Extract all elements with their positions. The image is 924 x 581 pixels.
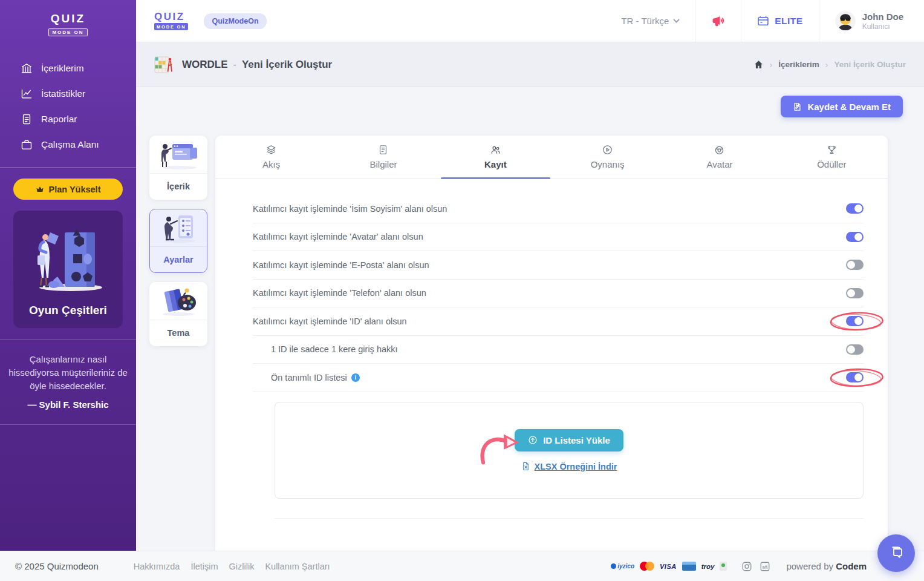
workspace-badge[interactable]: QuizModeOn: [204, 13, 266, 29]
chevron-down-icon: [673, 19, 680, 23]
sidebar-item-label: İstatistikler: [41, 88, 85, 99]
save-continue-button[interactable]: Kaydet & Devam Et: [781, 96, 903, 117]
setting-row-predefined-ids: Ön tanımlı ID listesi i: [253, 364, 864, 392]
mastercard-logo: [640, 562, 654, 571]
tab-gameplay-icon: [602, 145, 613, 155]
tab-gameplay[interactable]: Oynanış: [551, 136, 663, 179]
section-card-content[interactable]: İçerik: [149, 136, 207, 200]
sidebar-item-label: Raporlar: [41, 114, 77, 125]
reports-icon: [21, 113, 33, 125]
linkedin-icon[interactable]: [760, 561, 770, 572]
section-label-settings: Ayarlar: [150, 247, 207, 272]
toggle-predefined-ids[interactable]: [846, 372, 864, 382]
sidebar-divider: [0, 167, 136, 168]
section-card-theme[interactable]: Tema: [149, 282, 207, 346]
tab-avatar[interactable]: Avatar: [663, 136, 775, 179]
card-logo: [682, 562, 696, 571]
announcements-button[interactable]: [695, 0, 741, 42]
header-logo[interactable]: QUIZ MODE ON: [136, 0, 188, 42]
settings-rows: Katılımcı kayıt işleminde 'İsim Soyisim'…: [253, 195, 864, 392]
tab-rewards-icon: [827, 145, 837, 155]
payment-methods: iyzico VISA troy: [611, 562, 727, 571]
top-header: QUIZ MODE ON QuizModeOn TR - Türkçe ELIT…: [136, 0, 924, 42]
toggle-id[interactable]: [846, 316, 864, 326]
plan-badge[interactable]: ELITE: [741, 0, 818, 42]
instagram-icon[interactable]: [741, 561, 752, 572]
sidebar-item-label: Çalışma Alanı: [41, 139, 99, 150]
toggle-phone[interactable]: [846, 288, 864, 298]
theme-illustration: [157, 286, 200, 317]
breadcrumb-separator: ›: [770, 60, 773, 70]
logo-subtext: MODE ON: [48, 28, 87, 36]
setting-row-avatar: Katılımcı kayıt işleminde 'Avatar' alanı…: [253, 223, 864, 252]
upload-id-list-button[interactable]: ID Listesi Yükle: [515, 429, 623, 451]
tab-flow[interactable]: Akış: [215, 136, 327, 179]
setting-row-phone: Katılımcı kayıt işleminde 'Telefon' alan…: [253, 280, 864, 308]
sidebar-item-workspace[interactable]: Çalışma Alanı: [0, 132, 136, 157]
user-role: Kullanıcı: [862, 22, 903, 31]
footer-links: Hakkımızda İletişim Gizlilik Kullanım Şa…: [134, 562, 330, 571]
setting-row-id: Katılımcı kayıt işleminde 'ID' alanı ols…: [253, 307, 864, 336]
upgrade-plan-button[interactable]: Plan Yükselt: [13, 179, 123, 200]
header-right: TR - Türkçe ELITE John Doe Kullan: [605, 0, 924, 42]
breadcrumb: › İçeriklerim › Yeni İçerik Oluştur: [753, 59, 906, 70]
footer-link-privacy[interactable]: Gizlilik: [229, 562, 255, 571]
toggle-name-surname[interactable]: [846, 203, 864, 214]
app-shell: QUIZ MODE ON İçeriklerim İstatistikler R…: [0, 0, 924, 551]
logo-text: QUIZ: [154, 11, 188, 22]
user-menu[interactable]: John Doe Kullanıcı: [819, 0, 924, 42]
download-xlsx-sample-label: XLSX Örneğini İndir: [535, 462, 617, 471]
footer: © 2025 Quizmodeon Hakkımızda İletişim Gi…: [0, 551, 924, 581]
game-types-illustration: [27, 219, 109, 298]
avatar: [835, 11, 856, 31]
info-icon[interactable]: i: [351, 373, 360, 382]
settings-panel: Akış Bilgiler Kayıt Oynanış: [215, 136, 888, 551]
sidebar-logo[interactable]: QUIZ MODE ON: [0, 0, 136, 45]
section-label-content: İçerik: [150, 174, 207, 199]
chat-support-button[interactable]: [877, 534, 915, 572]
footer-link-about[interactable]: Hakkımızda: [134, 562, 180, 571]
content-illustration: [157, 139, 200, 171]
sidebar-item-reports[interactable]: Raporlar: [0, 107, 136, 132]
secure-payment-icon: [720, 562, 727, 571]
visa-logo: VISA: [660, 563, 677, 570]
setting-row-name-surname: Katılımcı kayıt işleminde 'İsim Soyisim'…: [253, 195, 864, 223]
library-icon: [21, 62, 33, 74]
toggle-email[interactable]: [846, 260, 864, 270]
toggle-avatar[interactable]: [846, 232, 864, 242]
sidebar-item-statistics[interactable]: İstatistikler: [0, 81, 136, 107]
tab-info[interactable]: Bilgiler: [327, 136, 439, 179]
toggle-single-login[interactable]: [846, 344, 864, 355]
footer-link-terms[interactable]: Kullanım Şartları: [265, 562, 330, 571]
settings-section-nav: İçerik: [149, 136, 207, 355]
plan-badge-label: ELITE: [775, 16, 802, 27]
sidebar-nav: İçeriklerim İstatistikler Raporlar Çalış…: [0, 45, 136, 162]
logo-text: QUIZ: [0, 12, 136, 25]
home-icon[interactable]: [753, 59, 764, 70]
tab-rewards[interactable]: Ödüller: [776, 136, 888, 179]
section-card-settings[interactable]: Ayarlar: [149, 209, 207, 273]
social-icons: [741, 561, 770, 572]
game-types-card[interactable]: Oyun Çeşitleri: [13, 211, 123, 328]
chat-icon: [887, 544, 905, 562]
setting-row-single-login: 1 ID ile sadece 1 kere giriş hakkı: [253, 336, 864, 364]
sidebar-item-label: İçeriklerim: [41, 63, 84, 74]
megaphone-icon: [712, 15, 725, 28]
upload-icon: [528, 435, 538, 445]
tab-register[interactable]: Kayıt: [440, 136, 551, 179]
breadcrumb-contents[interactable]: İçeriklerim: [778, 60, 819, 69]
title-bar: WORDLE - Yeni İçerik Oluştur › İçerikler…: [136, 42, 924, 87]
sidebar: QUIZ MODE ON İçeriklerim İstatistikler R…: [0, 0, 136, 551]
download-xlsx-sample-link[interactable]: XLSX Örneğini İndir: [521, 462, 617, 471]
language-label: TR - Türkçe: [621, 16, 669, 26]
save-continue-label: Kaydet & Devam Et: [807, 102, 891, 112]
language-selector[interactable]: TR - Türkçe: [605, 0, 695, 42]
breadcrumb-separator: ›: [825, 60, 828, 70]
footer-right: iyzico VISA troy powered by Codem: [611, 561, 909, 572]
settings-illustration: [157, 212, 200, 244]
sidebar-item-contents[interactable]: İçeriklerim: [0, 56, 136, 81]
footer-link-contact[interactable]: İletişim: [190, 562, 218, 571]
tab-info-icon: [378, 145, 388, 155]
logo-subtext: MODE ON: [154, 23, 188, 30]
crown-icon: [36, 185, 44, 194]
